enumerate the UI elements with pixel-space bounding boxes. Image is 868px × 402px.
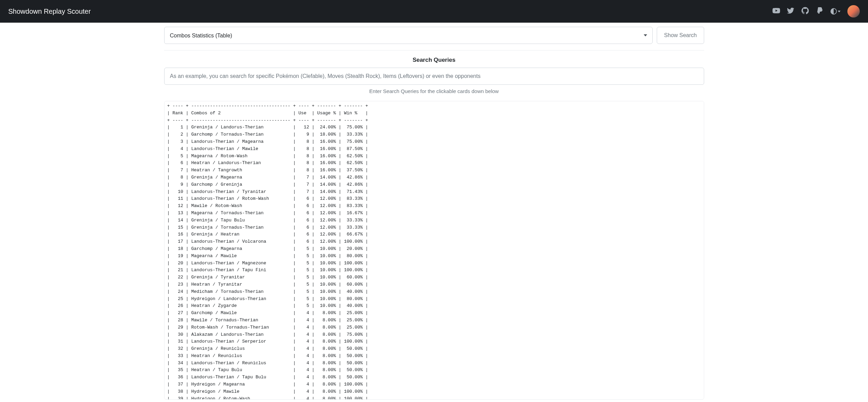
main-container: Combos Statistics (Table) Show Search Se… — [156, 23, 712, 402]
show-search-button[interactable]: Show Search — [657, 27, 704, 44]
search-section-title: Search Queries — [164, 57, 704, 64]
theme-toggle[interactable] — [830, 8, 841, 15]
github-icon[interactable] — [801, 7, 809, 16]
twitter-icon[interactable] — [787, 7, 794, 16]
stats-table: + ---- + -------------------------------… — [167, 103, 701, 400]
view-select-wrap: Combos Statistics (Table) — [164, 27, 653, 44]
paypal-icon[interactable] — [816, 7, 823, 16]
top-row: Combos Statistics (Table) Show Search — [164, 27, 704, 44]
view-select[interactable]: Combos Statistics (Table) — [164, 27, 653, 44]
search-help-text: Enter Search Queries for the clickable c… — [164, 88, 704, 94]
navbar-icons — [773, 5, 860, 18]
navbar: Showdown Replay Scouter — [0, 0, 868, 23]
navbar-brand[interactable]: Showdown Replay Scouter — [8, 8, 91, 15]
avatar[interactable] — [847, 5, 860, 18]
chevron-down-icon — [838, 11, 841, 12]
divider — [164, 50, 704, 50]
search-input[interactable] — [164, 68, 704, 85]
youtube-icon[interactable] — [773, 7, 780, 16]
stats-table-box[interactable]: + ---- + -------------------------------… — [164, 101, 704, 400]
